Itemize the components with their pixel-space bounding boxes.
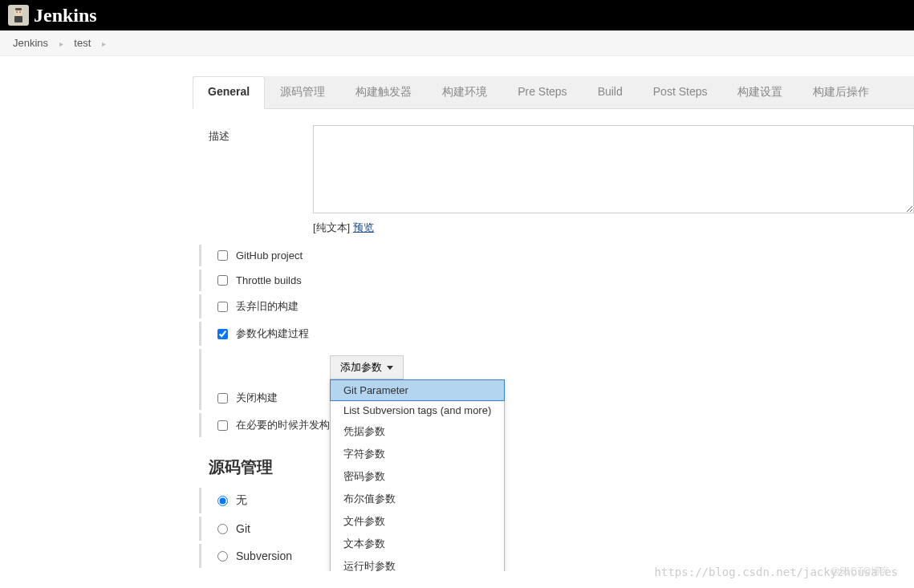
github-project-row: GitHub project (199, 245, 914, 266)
scm-section-title: 源码管理 (193, 440, 914, 488)
breadcrumb: Jenkins ▸ test ▸ (0, 30, 914, 56)
description-textarea[interactable] (313, 125, 914, 213)
close-build-checkbox[interactable] (217, 393, 228, 403)
tab-environment[interactable]: 构建环境 (427, 76, 502, 108)
close-build-row: 关闭构建 (199, 386, 914, 410)
scm-none-label[interactable]: 无 (236, 493, 247, 508)
tab-post-steps[interactable]: Post Steps (638, 76, 723, 108)
scm-git-label[interactable]: Git (236, 522, 250, 535)
scm-none-row: 无 (199, 488, 914, 513)
github-project-checkbox[interactable] (217, 250, 228, 261)
dropdown-item-password[interactable]: 密码参数 (331, 465, 504, 488)
dropdown-item-runtime[interactable]: 运行时参数 (331, 555, 504, 571)
dropdown-item-text[interactable]: 文本参数 (331, 533, 504, 555)
header-title: Jenkins (34, 5, 97, 26)
throttle-builds-label[interactable]: Throttle builds (236, 274, 302, 286)
add-param-button[interactable]: 添加参数 (330, 355, 404, 379)
tab-post-build[interactable]: 构建后操作 (798, 76, 884, 108)
concurrent-build-row: 在必要的时候并发构建 (199, 413, 914, 437)
throttle-builds-checkbox[interactable] (217, 275, 228, 286)
breadcrumb-jenkins[interactable]: Jenkins (13, 37, 48, 49)
tab-scm[interactable]: 源码管理 (265, 76, 340, 108)
dropdown-item-file[interactable]: 文件参数 (331, 510, 504, 533)
description-label: 描述 (209, 125, 313, 144)
header: Jenkins (0, 0, 914, 30)
discard-old-checkbox[interactable] (217, 302, 228, 312)
github-project-label[interactable]: GitHub project (236, 249, 303, 262)
svg-rect-2 (14, 16, 22, 22)
scm-none-radio[interactable] (217, 496, 228, 506)
description-meta: [纯文本] 预览 (313, 221, 914, 235)
dropdown-item-credential[interactable]: 凭据参数 (331, 420, 504, 443)
breadcrumb-test[interactable]: test (74, 37, 91, 49)
tab-general[interactable]: General (193, 76, 265, 109)
secondary-watermark: @51CTO博客 (830, 565, 890, 571)
svg-point-4 (19, 11, 21, 13)
close-build-label[interactable]: 关闭构建 (236, 391, 278, 405)
dropdown-item-boolean[interactable]: 布尔值参数 (331, 488, 504, 510)
tab-triggers[interactable]: 构建触发器 (340, 76, 427, 108)
tab-pre-steps[interactable]: Pre Steps (502, 76, 582, 108)
dropdown-item-svn-tags[interactable]: List Subversion tags (and more) (331, 400, 504, 420)
svg-rect-1 (15, 8, 22, 10)
concurrent-build-label[interactable]: 在必要的时候并发构建 (236, 418, 340, 432)
preview-link[interactable]: 预览 (353, 221, 374, 233)
form-area: 描述 [纯文本] 预览 GitHub project Throttle buil… (193, 109, 914, 568)
chevron-right-icon: ▸ (59, 39, 63, 48)
chevron-right-icon: ▸ (102, 39, 106, 48)
jenkins-icon (8, 5, 29, 26)
scm-git-radio[interactable] (217, 524, 228, 534)
scm-subversion-row: Subversion (199, 544, 914, 568)
svg-point-3 (16, 11, 18, 13)
dropdown-item-git-parameter[interactable]: Git Parameter (330, 379, 505, 401)
tab-build-settings[interactable]: 构建设置 (722, 76, 798, 108)
parameterized-checkbox[interactable] (217, 329, 228, 339)
dropdown-item-string[interactable]: 字符参数 (331, 443, 504, 465)
tabs: General 源码管理 构建触发器 构建环境 Pre Steps Build … (193, 76, 914, 109)
parameterized-label[interactable]: 参数化构建过程 (236, 326, 309, 341)
throttle-builds-row: Throttle builds (199, 270, 914, 291)
add-param-label: 添加参数 (340, 360, 382, 375)
scm-subversion-label[interactable]: Subversion (236, 549, 292, 562)
concurrent-build-checkbox[interactable] (217, 420, 228, 431)
add-param-dropdown: Git Parameter List Subversion tags (and … (330, 379, 505, 571)
tab-build[interactable]: Build (583, 76, 638, 108)
caret-down-icon (387, 366, 393, 370)
scm-git-row: Git (199, 517, 914, 541)
discard-old-row: 丢弃旧的构建 (199, 294, 914, 318)
header-logo[interactable]: Jenkins (8, 5, 97, 26)
parameterized-row: 参数化构建过程 (199, 322, 914, 346)
scm-subversion-radio[interactable] (217, 551, 228, 562)
add-param-row: 添加参数 Git Parameter List Subversion tags … (199, 349, 914, 386)
description-row: 描述 [纯文本] 预览 (193, 125, 914, 235)
content: General 源码管理 构建触发器 构建环境 Pre Steps Build … (0, 76, 914, 568)
discard-old-label[interactable]: 丢弃旧的构建 (236, 299, 299, 314)
plain-text-label: [纯文本] (313, 221, 350, 233)
